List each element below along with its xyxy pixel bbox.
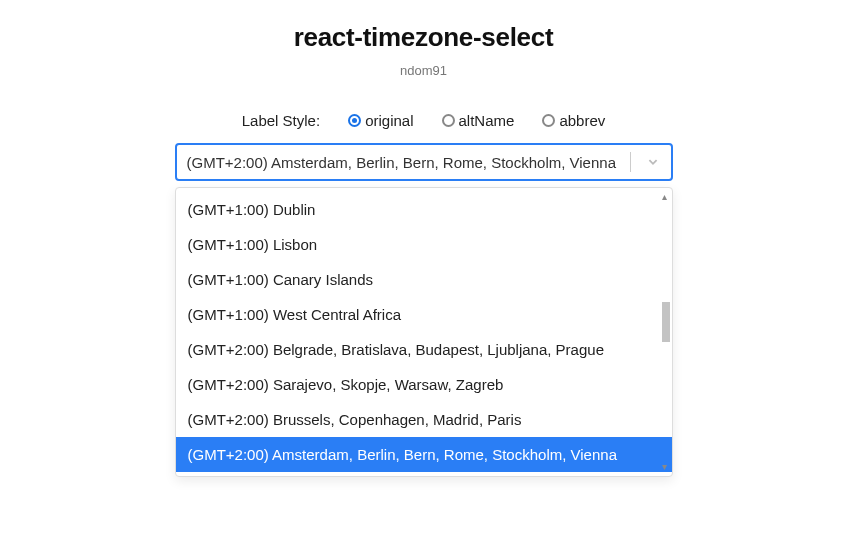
author-label: ndom91 — [400, 63, 447, 78]
timezone-option[interactable]: (GMT+2:00) Sarajevo, Skopje, Warsaw, Zag… — [176, 367, 672, 402]
timezone-option[interactable]: (GMT+1:00) West Central Africa — [176, 297, 672, 332]
radio-altname[interactable]: altName — [442, 112, 515, 129]
timezone-select-control[interactable]: (GMT+2:00) Amsterdam, Berlin, Bern, Rome… — [175, 143, 673, 181]
scroll-down-icon[interactable]: ▾ — [660, 462, 670, 472]
timezone-option[interactable]: (GMT+2:00) Amsterdam, Berlin, Bern, Rome… — [176, 437, 672, 472]
select-separator — [630, 152, 631, 172]
label-style-caption: Label Style: — [242, 112, 320, 129]
timezone-option[interactable]: (GMT+1:00) Lisbon — [176, 227, 672, 262]
scrollbar-thumb[interactable] — [662, 302, 670, 342]
timezone-option[interactable]: (GMT+1:00) Dublin — [176, 192, 672, 227]
scroll-up-icon[interactable]: ▴ — [660, 192, 670, 202]
timezone-option-list[interactable]: (GMT+1:00) Dublin (GMT+1:00) Lisbon (GMT… — [176, 188, 672, 476]
timezone-selected-value: (GMT+2:00) Amsterdam, Berlin, Bern, Rome… — [187, 154, 626, 171]
radio-label: original — [365, 112, 413, 129]
timezone-option[interactable]: (GMT+1:00) Canary Islands — [176, 262, 672, 297]
page-title: react-timezone-select — [294, 22, 554, 53]
timezone-select: (GMT+2:00) Amsterdam, Berlin, Bern, Rome… — [175, 143, 673, 181]
radio-dot-icon — [542, 114, 555, 127]
label-style-group: Label Style: original altName abbrev — [242, 112, 606, 129]
timezone-dropdown-menu: (GMT+1:00) Dublin (GMT+1:00) Lisbon (GMT… — [175, 187, 673, 477]
chevron-down-icon[interactable] — [635, 153, 671, 171]
scrollbar-track[interactable]: ▴ ▾ — [660, 194, 670, 470]
radio-original[interactable]: original — [348, 112, 413, 129]
timezone-option[interactable]: (GMT+2:00) Brussels, Copenhagen, Madrid,… — [176, 402, 672, 437]
radio-label: abbrev — [559, 112, 605, 129]
radio-dot-icon — [348, 114, 361, 127]
radio-label: altName — [459, 112, 515, 129]
radio-abbrev[interactable]: abbrev — [542, 112, 605, 129]
radio-dot-icon — [442, 114, 455, 127]
timezone-option[interactable]: (GMT+2:00) Belgrade, Bratislava, Budapes… — [176, 332, 672, 367]
